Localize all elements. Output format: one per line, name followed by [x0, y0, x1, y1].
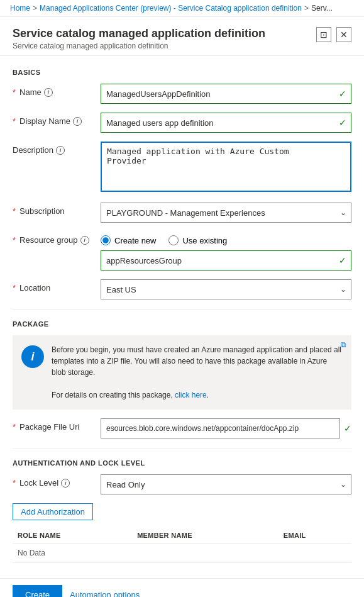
subscription-label-text: Subscription [19, 206, 65, 216]
subscription-field: PLAYGROUND - Management Experiences ⌄ [101, 203, 351, 223]
auth-table-header-row: ROLE NAME MEMBER NAME EMAIL [13, 528, 351, 544]
package-uri-input-wrapper [101, 418, 340, 438]
lock-level-required-star: * [13, 478, 16, 488]
display-name-input-wrapper: ✓ [101, 113, 351, 133]
name-label-text: Name [19, 87, 41, 97]
breadcrumb-home[interactable]: Home [10, 4, 30, 13]
package-info-link[interactable]: click here [175, 391, 207, 399]
automation-options-button[interactable]: Automation options [70, 590, 140, 597]
table-row: No Data [13, 544, 351, 563]
location-required-star: * [13, 283, 16, 293]
package-info-text: Before you begin, you must have created … [52, 344, 343, 401]
resource-group-label-text: Resource group [19, 235, 78, 245]
description-label: Description i [13, 142, 101, 155]
breadcrumb-sep-2: > [304, 4, 309, 13]
main-panel: Service catalog managed application defi… [0, 17, 364, 597]
resource-group-label: * Resource group i [13, 232, 101, 245]
bottom-bar: Create Automation options [0, 578, 364, 597]
package-uri-required-star: * [13, 422, 16, 432]
name-input-wrapper: ✓ [101, 84, 351, 104]
resource-group-input[interactable] [101, 250, 351, 271]
display-name-label: * Display Name i [13, 113, 101, 126]
panel-header-text: Service catalog managed application defi… [13, 27, 265, 50]
display-name-label-text: Display Name [19, 116, 70, 126]
display-name-required-star: * [13, 116, 16, 126]
use-existing-label: Use existing [182, 236, 227, 245]
breadcrumb-managed-apps[interactable]: Managed Applications Center (preview) - … [40, 4, 302, 13]
resource-group-input-wrapper: ✓ [101, 250, 351, 271]
name-input[interactable] [101, 84, 351, 104]
lock-level-label-text: Lock Level [19, 478, 58, 488]
auth-table-head: ROLE NAME MEMBER NAME EMAIL [13, 528, 351, 544]
package-uri-check-icon: ✓ [344, 423, 351, 433]
auth-table-body: No Data [13, 544, 351, 563]
display-name-info-icon[interactable]: i [73, 117, 82, 126]
info-circle-icon: i [21, 345, 44, 368]
subscription-select-wrapper: PLAYGROUND - Management Experiences ⌄ [101, 203, 351, 223]
close-button[interactable]: ✕ [336, 27, 351, 42]
name-info-icon[interactable]: i [44, 88, 53, 97]
page-subtitle: Service catalog managed application defi… [13, 42, 265, 50]
breadcrumb-sep-1: > [33, 4, 37, 13]
location-select[interactable]: East US [101, 279, 351, 299]
resource-group-check-icon: ✓ [339, 255, 346, 265]
panel-header: Service catalog managed application defi… [0, 17, 364, 56]
resource-group-info-icon[interactable]: i [80, 236, 89, 245]
package-section-title: PACKAGE [13, 320, 351, 328]
auth-section-title: AUTHENTICATION AND LOCK LEVEL [13, 459, 351, 467]
name-required-star: * [13, 87, 16, 97]
package-uri-label-text: Package File Uri [19, 422, 79, 432]
location-row: * Location East US ⌄ [13, 279, 351, 299]
location-field: East US ⌄ [101, 279, 351, 299]
auth-section: Add Authorization ROLE NAME MEMBER NAME … [13, 503, 351, 563]
col-role-name: ROLE NAME [13, 528, 132, 544]
lock-level-info-icon[interactable]: i [61, 479, 70, 488]
description-info-icon[interactable]: i [56, 146, 65, 155]
create-new-option[interactable]: Create new [101, 235, 156, 245]
lock-level-label: * Lock Level i [13, 474, 101, 488]
package-divider [13, 449, 351, 449]
package-info-container: i Before you begin, you must have create… [13, 335, 351, 410]
package-uri-input[interactable] [101, 418, 340, 438]
package-uri-row: * Package File Uri ✓ [13, 418, 351, 438]
lock-level-select[interactable]: Read Only [101, 474, 351, 494]
use-existing-option[interactable]: Use existing [168, 235, 227, 245]
location-label-text: Location [19, 283, 50, 293]
create-button[interactable]: Create [13, 585, 62, 598]
resource-group-required-star: * [13, 235, 16, 245]
package-uri-field: ✓ [101, 418, 351, 438]
description-input[interactable]: Managed application with Azure Custom Pr… [101, 142, 351, 192]
location-select-wrapper: East US ⌄ [101, 279, 351, 299]
display-name-field: ✓ [101, 113, 351, 133]
create-new-radio[interactable] [101, 235, 111, 245]
lock-level-field: Read Only ⌄ [101, 474, 351, 494]
add-authorization-button[interactable]: Add Authorization [13, 503, 93, 520]
basics-divider [13, 310, 351, 310]
subscription-row: * Subscription PLAYGROUND - Management E… [13, 203, 351, 223]
display-name-check-icon: ✓ [339, 118, 346, 128]
name-check-icon: ✓ [339, 89, 346, 99]
use-existing-radio[interactable] [168, 235, 179, 245]
resize-button[interactable]: ⊡ [316, 27, 331, 42]
package-uri-label: * Package File Uri [13, 418, 101, 432]
lock-level-select-wrapper: Read Only ⌄ [101, 474, 351, 494]
breadcrumb: Home > Managed Applications Center (prev… [0, 0, 364, 17]
display-name-input[interactable] [101, 113, 351, 133]
name-label: * Name i [13, 84, 101, 97]
location-label: * Location [13, 279, 101, 293]
package-info-text2-prefix: For details on creating this package, [52, 391, 175, 399]
col-member-name: MEMBER NAME [132, 528, 279, 544]
external-link-icon[interactable]: ⧉ [341, 340, 346, 349]
lock-level-row: * Lock Level i Read Only ⌄ [13, 474, 351, 494]
subscription-required-star: * [13, 206, 16, 216]
description-label-text: Description [13, 145, 53, 155]
description-field: Managed application with Azure Custom Pr… [101, 142, 351, 194]
name-row: * Name i ✓ [13, 84, 351, 104]
subscription-select[interactable]: PLAYGROUND - Management Experiences [101, 203, 351, 223]
no-data-cell: No Data [13, 544, 351, 563]
display-name-row: * Display Name i ✓ [13, 113, 351, 133]
panel-controls: ⊡ ✕ [316, 27, 351, 42]
package-info-text1: Before you begin, you must have created … [52, 345, 341, 377]
package-info-box: i Before you begin, you must have create… [13, 335, 351, 410]
create-new-label: Create new [114, 236, 156, 245]
